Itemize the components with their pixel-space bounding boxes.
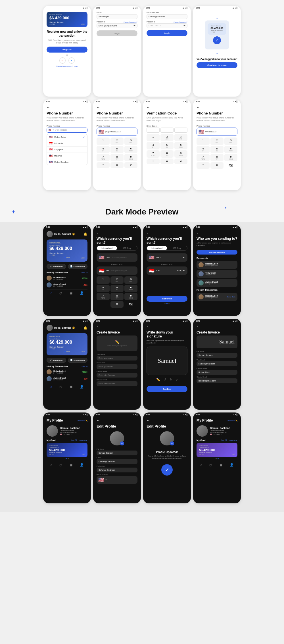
back-button[interactable]: ← [97,418,137,422]
person-nav-icon[interactable]: 👤 [80,385,84,389]
login-button-gray[interactable]: Login [97,30,137,36]
dial-key-4[interactable]: 4GHI [97,146,110,153]
dial-key-hash[interactable]: # [174,159,187,164]
card-nav-icon[interactable]: ▣ [220,463,222,467]
dial-key-6[interactable]: 6MNO [174,142,187,149]
dial-key-2[interactable]: 2ABC [110,276,124,284]
back-button[interactable]: ← [97,325,137,329]
send-money-button[interactable]: ↗ Send Money [47,358,66,363]
undo-icon[interactable]: ↺ [164,378,166,382]
phone-number-input[interactable]: 🇺🇸 (+1) 0923512313 [97,128,137,136]
dial-key-hash[interactable]: # [124,162,137,168]
email-input[interactable]: samuel@mail.com [97,459,137,464]
back-button[interactable]: ← [147,231,187,235]
phone-number-input[interactable]: 🇺🇸 0923512313 [197,128,237,136]
dial-key-3[interactable]: 3DEF [174,134,187,141]
signature-write-canvas[interactable]: Samuel [147,347,187,375]
dial-key-star[interactable]: * [97,162,110,168]
email-address-input[interactable]: samuel@mail.com [147,14,187,19]
back-button[interactable]: ← [147,325,187,329]
dial-key-0[interactable]: 0 [110,162,124,168]
dial-key-7[interactable]: 7PQRS [147,150,160,158]
back-button[interactable]: ← [147,418,187,422]
dial-key-6[interactable]: 6MNO [124,146,137,153]
dial-key-8[interactable]: 8TUV [110,154,124,161]
clock-nav-icon[interactable]: ◷ [59,385,62,389]
dial-key-1[interactable]: 1 [97,137,110,145]
dial-key-backspace[interactable]: ⌫ [124,301,137,308]
view-all-card-link[interactable]: View All [71,439,77,441]
dial-key-4[interactable]: 4GHI [97,285,110,292]
dial-key-9[interactable]: 9WXYZ [124,293,137,300]
dial-key-star[interactable]: * [147,159,160,164]
dial-key-9[interactable]: 9WXYZ [224,154,237,161]
bell-icon[interactable]: 🔔 [83,326,87,330]
google-signin-button[interactable]: G [59,57,66,64]
home-nav-icon[interactable]: ⌂ [200,463,202,467]
dial-key-backspace[interactable]: ⌫ [224,162,237,169]
dial-key-3[interactable]: 3DEF [124,276,137,284]
country-my[interactable]: 🇲🇾 Malaysia [47,153,87,159]
person-nav-icon[interactable]: 👤 [80,463,84,467]
dial-key-9[interactable]: 9WXYZ [124,154,137,161]
login-button[interactable]: Login [147,30,187,36]
dial-key-star[interactable]: * [197,162,210,169]
card-nav-icon[interactable]: ▣ [70,291,72,295]
continue-home-button[interactable]: Continue to home [197,62,237,68]
dial-key-2[interactable]: 2ABC [110,137,124,145]
edit-pencil-icon[interactable]: ✏ [170,441,174,445]
pencil-tool-icon[interactable]: ✏️ [156,378,160,382]
view-all-link[interactable]: View All [82,366,87,367]
forgot-password-link[interactable]: Forgot Password? [124,21,137,23]
back-button[interactable]: ← [97,105,137,109]
dial-key-0[interactable]: 0 [210,162,224,169]
home-nav-icon[interactable]: ⌂ [50,385,52,389]
back-button[interactable]: ← [147,105,187,109]
confirm-button[interactable]: Confirm [147,386,187,392]
client-email-input[interactable]: Enter client's email [97,381,137,386]
your-email-input[interactable]: Enter your email [97,364,137,369]
country-id[interactable]: 🇮🇩 Indonesia [47,140,87,147]
clock-nav-icon[interactable]: ◷ [59,291,62,295]
idr-only-tab[interactable]: IDR Only [117,246,137,250]
dial-key-3[interactable]: 3DEF [124,137,137,145]
continue-button[interactable]: Continue [147,296,187,302]
dial-key-6[interactable]: 6MNO [124,285,137,292]
signature-canvas[interactable]: ✏️ Write down your signature [97,335,137,351]
edit-profile-link[interactable]: Edit Profile ✏️ [77,420,87,422]
back-button[interactable]: ← [197,325,237,329]
back-button[interactable]: ← [197,231,237,235]
password-input[interactable]: Enter your password 👁 [97,23,137,28]
redo-icon[interactable]: ↻ [170,378,172,382]
edit-profile-link[interactable]: Edit Profile ✏️ [227,420,237,422]
dial-key-4[interactable]: 4GHI [147,142,160,149]
home-nav-icon[interactable]: ⌂ [50,463,52,467]
phone-flag-input[interactable]: 🇺🇸 ▼ (+1) 8631111 [47,128,87,133]
your-name-input[interactable]: Enter your name [97,356,137,360]
email-input[interactable]: Samuel@ml [97,14,137,19]
dial-key-8[interactable]: 8TUV [210,154,224,161]
bell-icon[interactable]: 🔔 [83,232,87,236]
dial-key-2[interactable]: 2ABC [210,137,224,145]
dial-key-6[interactable]: 6MNO [224,146,237,153]
home-nav-icon[interactable]: ⌂ [50,291,52,295]
register-button[interactable]: Register [47,47,87,53]
dial-key-5[interactable]: 5JKL [110,285,124,292]
dial-key-1[interactable]: 1 [147,134,160,141]
country-us[interactable]: 🇺🇸 United States ✓ [47,134,87,140]
profession-input[interactable]: Software Engineer [97,468,137,472]
dial-key-5[interactable]: 5JKL [210,146,224,153]
dial-key-3[interactable]: 3DEF [224,137,237,145]
create-invoice-button[interactable]: 📄 Create Invoice [68,264,87,269]
forgot-password-link[interactable]: Forgot Password? [174,21,187,23]
person-nav-icon[interactable]: 👤 [230,463,234,467]
facebook-signin-button[interactable]: f [68,57,75,64]
card-nav-icon[interactable]: ▣ [70,463,72,467]
edit-pencil-icon[interactable]: ✏ [120,441,124,445]
dial-key-7[interactable]: 7PQRS [97,293,110,300]
code-box-3[interactable] [174,128,187,133]
create-invoice-button[interactable]: 📄 Create Invoice [68,358,87,363]
view-all-card-link[interactable]: View All [221,439,227,441]
password-input[interactable]: •••••••••• 👁 [147,23,187,28]
idr-only-tab[interactable]: IDR Only [167,246,187,250]
